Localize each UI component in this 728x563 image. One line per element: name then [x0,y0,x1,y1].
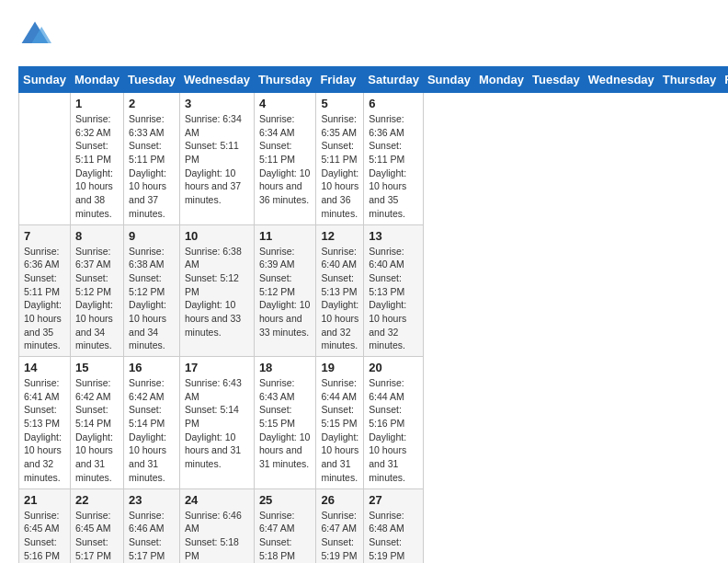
day-number: 15 [75,361,119,374]
day-number: 10 [185,229,249,243]
day-info: Sunrise: 6:34 AMSunset: 5:11 PMDaylight:… [259,112,312,207]
day-number: 21 [24,493,65,507]
day-number: 5 [321,97,358,110]
day-number: 12 [321,229,358,243]
day-number: 26 [321,493,358,507]
day-header-thursday: Thursday [658,67,721,93]
day-number: 20 [369,361,418,374]
day-number: 24 [185,493,249,507]
day-number: 6 [369,97,418,110]
calendar-cell: 11Sunrise: 6:39 AMSunset: 5:12 PMDayligh… [254,224,316,357]
day-number: 25 [259,493,312,507]
calendar-cell: 2Sunrise: 6:33 AMSunset: 5:11 PMDaylight… [124,93,180,225]
calendar-cell: 13Sunrise: 6:40 AMSunset: 5:13 PMDayligh… [364,224,424,357]
calendar-cell: 22Sunrise: 6:45 AMSunset: 5:17 PMDayligh… [70,488,123,563]
day-info: Sunrise: 6:38 AMSunset: 5:12 PMDaylight:… [185,245,249,339]
day-info: Sunrise: 6:44 AMSunset: 5:16 PMDaylight:… [369,376,418,485]
day-info: Sunrise: 6:44 AMSunset: 5:15 PMDaylight:… [321,376,358,485]
calendar-cell: 20Sunrise: 6:44 AMSunset: 5:16 PMDayligh… [364,357,424,489]
day-number: 7 [24,229,65,243]
day-info: Sunrise: 6:43 AMSunset: 5:15 PMDaylight:… [259,376,312,471]
calendar-cell: 25Sunrise: 6:47 AMSunset: 5:18 PMDayligh… [254,488,316,563]
day-number: 3 [185,97,249,110]
day-number: 14 [24,361,65,374]
day-info: Sunrise: 6:39 AMSunset: 5:12 PMDaylight:… [259,245,312,339]
day-info: Sunrise: 6:38 AMSunset: 5:12 PMDaylight:… [129,245,175,353]
logo-icon [18,18,51,52]
calendar-cell: 21Sunrise: 6:45 AMSunset: 5:16 PMDayligh… [19,488,71,563]
day-number: 23 [129,493,175,507]
day-number: 4 [259,97,312,110]
day-number: 22 [75,493,119,507]
day-header-friday: Friday [721,67,728,93]
calendar-cell: 18Sunrise: 6:43 AMSunset: 5:15 PMDayligh… [254,357,316,489]
calendar-cell: 5Sunrise: 6:35 AMSunset: 5:11 PMDaylight… [316,93,364,225]
day-number: 2 [129,97,175,110]
day-info: Sunrise: 6:45 AMSunset: 5:17 PMDaylight:… [75,509,119,564]
day-info: Sunrise: 6:36 AMSunset: 5:11 PMDaylight:… [369,112,418,221]
calendar-week-row: 1Sunrise: 6:32 AMSunset: 5:11 PMDaylight… [19,93,729,225]
day-number: 27 [369,493,418,507]
calendar-cell: 17Sunrise: 6:43 AMSunset: 5:14 PMDayligh… [179,357,254,489]
day-header-wednesday: Wednesday [179,67,254,93]
day-number: 19 [321,361,358,374]
day-header-monday: Monday [474,67,528,93]
calendar-cell: 23Sunrise: 6:46 AMSunset: 5:17 PMDayligh… [124,488,180,563]
day-header-wednesday: Wednesday [584,67,658,93]
day-info: Sunrise: 6:40 AMSunset: 5:13 PMDaylight:… [321,245,358,353]
calendar-week-row: 21Sunrise: 6:45 AMSunset: 5:16 PMDayligh… [19,488,729,563]
day-info: Sunrise: 6:47 AMSunset: 5:18 PMDaylight:… [259,509,312,564]
day-number: 9 [129,229,175,243]
day-number: 11 [259,229,312,243]
day-header-friday: Friday [316,67,364,93]
header [18,18,710,52]
day-info: Sunrise: 6:48 AMSunset: 5:19 PMDaylight:… [369,509,418,564]
calendar-cell: 8Sunrise: 6:37 AMSunset: 5:12 PMDaylight… [70,224,123,357]
day-info: Sunrise: 6:47 AMSunset: 5:19 PMDaylight:… [321,509,358,564]
day-number: 8 [75,229,119,243]
calendar-cell: 4Sunrise: 6:34 AMSunset: 5:11 PMDaylight… [254,93,316,225]
day-header-tuesday: Tuesday [529,67,585,93]
day-info: Sunrise: 6:34 AMSunset: 5:11 PMDaylight:… [185,112,249,207]
calendar-cell: 6Sunrise: 6:36 AMSunset: 5:11 PMDaylight… [364,93,424,225]
day-number: 18 [259,361,312,374]
day-info: Sunrise: 6:40 AMSunset: 5:13 PMDaylight:… [369,245,418,353]
day-number: 13 [369,229,418,243]
day-header-tuesday: Tuesday [124,67,180,93]
day-info: Sunrise: 6:41 AMSunset: 5:13 PMDaylight:… [24,376,65,485]
day-info: Sunrise: 6:33 AMSunset: 5:11 PMDaylight:… [129,112,175,221]
day-number: 1 [75,97,119,110]
calendar-cell: 14Sunrise: 6:41 AMSunset: 5:13 PMDayligh… [19,357,71,489]
calendar-cell: 1Sunrise: 6:32 AMSunset: 5:11 PMDaylight… [70,93,123,225]
calendar-week-row: 7Sunrise: 6:36 AMSunset: 5:11 PMDaylight… [19,224,729,357]
logo [18,18,57,52]
calendar-cell: 12Sunrise: 6:40 AMSunset: 5:13 PMDayligh… [316,224,364,357]
calendar-cell: 10Sunrise: 6:38 AMSunset: 5:12 PMDayligh… [179,224,254,357]
day-info: Sunrise: 6:46 AMSunset: 5:18 PMDaylight:… [185,509,249,564]
day-header-monday: Monday [70,67,123,93]
calendar-cell: 24Sunrise: 6:46 AMSunset: 5:18 PMDayligh… [179,488,254,563]
calendar-cell: 15Sunrise: 6:42 AMSunset: 5:14 PMDayligh… [70,357,123,489]
calendar-header-row: SundayMondayTuesdayWednesdayThursdayFrid… [19,67,729,93]
day-info: Sunrise: 6:45 AMSunset: 5:16 PMDaylight:… [24,509,65,564]
calendar-cell: 27Sunrise: 6:48 AMSunset: 5:19 PMDayligh… [364,488,424,563]
day-info: Sunrise: 6:36 AMSunset: 5:11 PMDaylight:… [24,245,65,353]
day-info: Sunrise: 6:46 AMSunset: 5:17 PMDaylight:… [129,509,175,564]
calendar-cell: 9Sunrise: 6:38 AMSunset: 5:12 PMDaylight… [124,224,180,357]
calendar-cell: 26Sunrise: 6:47 AMSunset: 5:19 PMDayligh… [316,488,364,563]
day-header-sunday: Sunday [423,67,474,93]
day-info: Sunrise: 6:32 AMSunset: 5:11 PMDaylight:… [75,112,119,221]
day-info: Sunrise: 6:43 AMSunset: 5:14 PMDaylight:… [185,376,249,471]
calendar-cell: 19Sunrise: 6:44 AMSunset: 5:15 PMDayligh… [316,357,364,489]
day-info: Sunrise: 6:35 AMSunset: 5:11 PMDaylight:… [321,112,358,221]
day-info: Sunrise: 6:42 AMSunset: 5:14 PMDaylight:… [75,376,119,485]
day-info: Sunrise: 6:37 AMSunset: 5:12 PMDaylight:… [75,245,119,353]
calendar-cell: 3Sunrise: 6:34 AMSunset: 5:11 PMDaylight… [179,93,254,225]
calendar-cell [19,93,71,225]
day-info: Sunrise: 6:42 AMSunset: 5:14 PMDaylight:… [129,376,175,485]
day-header-sunday: Sunday [19,67,71,93]
calendar-cell: 7Sunrise: 6:36 AMSunset: 5:11 PMDaylight… [19,224,71,357]
calendar-cell: 16Sunrise: 6:42 AMSunset: 5:14 PMDayligh… [124,357,180,489]
day-header-thursday: Thursday [254,67,316,93]
day-header-saturday: Saturday [364,67,424,93]
